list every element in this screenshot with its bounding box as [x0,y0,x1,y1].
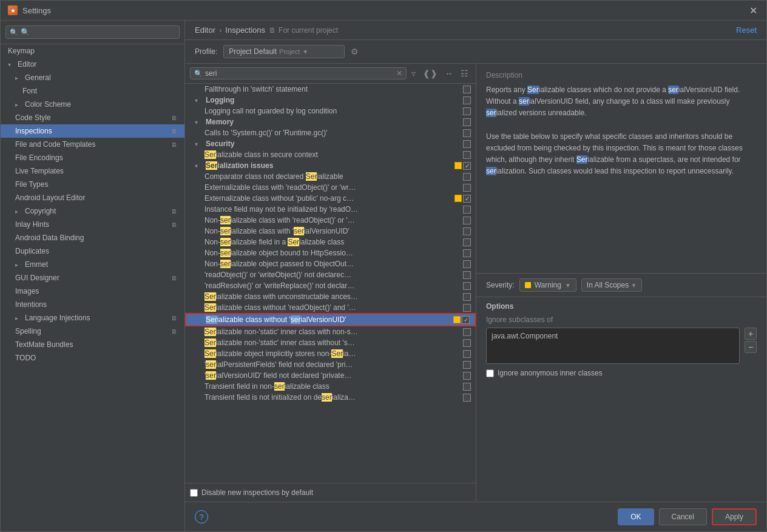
sidebar-item-font[interactable]: Font [1,84,184,98]
instance-field-checkbox[interactable] [463,206,471,214]
profile-select[interactable]: Project Default Project ▼ [223,45,345,58]
logging-call-checkbox[interactable] [463,107,471,115]
tree-item-transient1[interactable]: Transient field in non-serializable clas… [185,381,476,392]
sidebar-item-textmate[interactable]: TextMate Bundles [1,338,184,351]
serialization-checkbox[interactable] [463,162,471,170]
tree-item-logging[interactable]: Logging [185,95,476,106]
non-serial2-checkbox[interactable] [463,227,471,235]
memory-checkbox[interactable] [463,118,471,126]
transient2-checkbox[interactable] [463,394,471,402]
tree-item-without-svuid[interactable]: Serializable class without 'serialVersio… [185,313,476,326]
without-readobject-checkbox[interactable] [463,304,471,312]
non-serial4-checkbox[interactable] [463,249,471,257]
filter-input[interactable] [205,69,394,78]
readwrite2-checkbox[interactable] [463,282,471,290]
sidebar-item-todo[interactable]: TODO [1,351,184,365]
persistent-checkbox[interactable] [463,361,471,369]
tree-item-fallthrough[interactable]: Fallthrough in 'switch' statement [185,84,476,95]
tree-item-non-static2[interactable]: Serializable non-'static' inner class wi… [185,337,476,348]
sidebar-item-android-layout[interactable]: Android Layout Editor [1,191,184,204]
sidebar-item-keymap[interactable]: Keymap [1,44,184,58]
gc-checkbox[interactable] [463,129,471,137]
readwrite1-checkbox[interactable] [463,271,471,279]
tree-item-externalizable1[interactable]: Externalizable class with 'readObject()'… [185,182,476,193]
ignore-anon-checkbox[interactable] [486,369,494,377]
svuid-private-checkbox[interactable] [463,372,471,380]
sidebar-item-copyright[interactable]: Copyright 🗎 [1,204,184,218]
remove-ignore-button[interactable]: − [745,341,757,353]
tree-item-transient2[interactable]: Transient field is not initialized on de… [185,392,476,403]
tree-item-readwrite1[interactable]: 'readObject()' or 'writeObject()' not de… [185,269,476,280]
tree-item-persistent[interactable]: 'serialPersistentFields' field not decla… [185,359,476,370]
sidebar-item-general[interactable]: General [1,71,184,84]
tree-item-without-readobject[interactable]: Serializable class without 'readObject()… [185,302,476,313]
non-serial5-checkbox[interactable] [463,260,471,268]
sidebar-search-input[interactable] [21,28,175,36]
sidebar-item-file-types[interactable]: File Types [1,178,184,191]
sidebar-item-intentions[interactable]: Intentions [1,298,184,311]
tree-item-non-serial3[interactable]: Non-serializable field in a Serializable… [185,237,476,247]
gear-button[interactable]: ⚙ [351,47,359,56]
group-button[interactable]: ☷ [458,67,471,79]
sidebar-item-file-templates[interactable]: File and Code Templates 🗎 [1,138,184,151]
fallthrough-checkbox[interactable] [463,86,471,93]
tree-item-non-serial2[interactable]: Non-serializable class with 'serialVersi… [185,226,476,237]
sidebar-item-emmet[interactable]: Emmet [1,258,184,271]
sidebar-item-editor[interactable]: Editor [1,58,184,71]
sidebar-item-android-binding[interactable]: Android Data Binding [1,231,184,244]
filter-button[interactable]: ▿ [409,67,418,79]
externalizable1-checkbox[interactable] [463,184,471,192]
tree-item-non-serial1[interactable]: Non-serializable class with 'readObject(… [185,215,476,226]
reset-button[interactable]: Reset [736,25,757,35]
externalizable2-checkbox[interactable] [463,195,471,203]
sidebar-item-lang-injections[interactable]: Language Injections 🗎 [1,311,184,325]
sidebar-item-gui-designer[interactable]: GUI Designer 🗎 [1,271,184,285]
sidebar-item-live-templates[interactable]: Live Templates [1,164,184,178]
sidebar-item-inlay-hints[interactable]: Inlay Hints 🗎 [1,218,184,231]
tree-item-readwrite2[interactable]: 'readResolve()' or 'writeReplace()' not … [185,280,476,291]
tree-item-instance-field[interactable]: Instance field may not be initialized by… [185,204,476,215]
without-svuid-checkbox[interactable] [462,316,470,324]
tree-item-comparator[interactable]: Comparator class not declared Serializab… [185,171,476,182]
tree-item-non-static1[interactable]: Serializable non-'static' inner class wi… [185,326,476,337]
apply-button[interactable]: Apply [712,508,757,525]
non-serial3-checkbox[interactable] [463,238,471,246]
sidebar-item-color-scheme[interactable]: Color Scheme [1,98,184,111]
ok-button[interactable]: OK [618,508,654,525]
sidebar-item-inspections[interactable]: Inspections 🗎 [1,124,184,138]
tree-item-non-serial5[interactable]: Non-serializable object passed to Object… [185,258,476,269]
severity-select[interactable]: Warning ▼ [519,278,576,292]
tree-item-security[interactable]: Security [185,138,476,149]
tree-item-unconstructable[interactable]: Serializable class with unconstructable … [185,291,476,302]
tree-item-memory[interactable]: Memory [185,116,476,127]
disable-new-label[interactable]: Disable new inspections by default [190,488,471,497]
unconstructable-checkbox[interactable] [463,293,471,301]
sidebar-item-duplicates[interactable]: Duplicates [1,244,184,258]
cancel-button[interactable]: Cancel [659,508,707,525]
security-checkbox[interactable] [463,140,471,148]
scope-select[interactable]: In All Scopes ▼ [581,278,643,292]
tree-item-serializable-secure[interactable]: Serializable class in secure context [185,149,476,160]
tree-item-implicitly[interactable]: Serializable object implicitly stores no… [185,348,476,359]
expand-all-button[interactable]: ❰❱ [421,67,440,79]
tree-item-svuid-private[interactable]: 'serialVersionUID' field not declared 'p… [185,370,476,381]
sidebar-item-spelling[interactable]: Spelling 🗎 [1,325,184,338]
add-ignore-button[interactable]: + [745,328,757,340]
transient1-checkbox[interactable] [463,383,471,391]
comparator-checkbox[interactable] [463,173,471,181]
sidebar-item-file-encodings[interactable]: File Encodings [1,151,184,164]
logging-checkbox[interactable] [463,96,471,104]
tree-item-gc[interactable]: Calls to 'System.gc()' or 'Runtime.gc()' [185,127,476,138]
non-serial1-checkbox[interactable] [463,217,471,224]
tree-item-logging-call[interactable]: Logging call not guarded by log conditio… [185,106,476,116]
sidebar-item-images[interactable]: Images [1,285,184,298]
tree-item-serialization-issues[interactable]: Serialization issues [185,160,476,171]
non-static2-checkbox[interactable] [463,339,471,347]
clear-filter-button[interactable]: ✕ [396,69,402,78]
non-static1-checkbox[interactable] [463,328,471,336]
close-button[interactable]: ✕ [747,4,759,16]
tree-item-externalizable2[interactable]: Externalizable class without 'public' no… [185,193,476,204]
serializable-secure-checkbox[interactable] [463,151,471,159]
sidebar-item-code-style[interactable]: Code Style 🗎 [1,111,184,124]
implicitly-checkbox[interactable] [463,350,471,358]
